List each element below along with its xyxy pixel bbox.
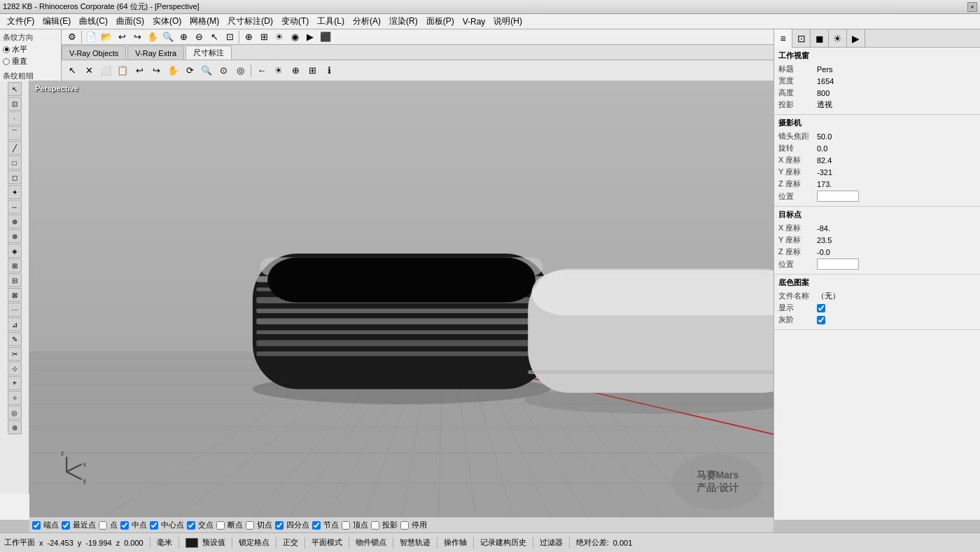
status-ortho[interactable]: 正交 [283,537,298,548]
menu-dimension[interactable]: 尺寸标注(D) [223,14,277,29]
snap-disable[interactable] [400,521,409,530]
snap-tangent[interactable] [246,521,254,530]
icon-select2[interactable]: ⊡ [8,97,22,111]
tb-icon-redo[interactable]: ↪ [130,29,145,45]
tb-icon-zoom-out[interactable]: ⊖ [191,29,206,45]
snap-nearest[interactable] [62,521,70,530]
tb-icon-open[interactable]: 📂 [99,29,114,45]
snap-endpoint[interactable] [32,521,41,530]
sub-icon-info[interactable]: ℹ [321,63,337,78]
rp-input-tgt-pos[interactable] [817,258,859,270]
tb-icon-render-preview[interactable]: ▶ [302,29,318,45]
menu-edit[interactable]: 编辑(E) [38,14,75,29]
sub-icon-undo2[interactable]: ↩ [132,63,147,78]
radio-horizontal[interactable]: 水平 [3,44,58,55]
snap-point[interactable] [99,521,107,530]
icon-tool11[interactable]: ⊹ [8,361,22,375]
close-button[interactable]: × [967,2,977,12]
rp-cb-bg-gray[interactable] [817,316,825,324]
icon-tool8[interactable]: ⊿ [8,317,22,331]
rp-tab-properties[interactable]: ⊡ [792,29,811,48]
menu-transform[interactable]: 变动(T) [277,14,313,29]
rp-input-cam-pos[interactable] [817,191,859,202]
snap-midpoint[interactable] [120,521,129,530]
icon-tool2[interactable]: ⊗ [8,229,22,243]
icon-tool9[interactable]: ✎ [8,332,22,346]
tb-icon-new[interactable]: 📄 [83,29,99,45]
tb-icon-light[interactable]: ☀ [272,29,287,45]
icon-dimension[interactable]: ↔ [8,200,22,214]
sub-icon-pan2[interactable]: ✋ [165,63,181,78]
snap-project[interactable] [371,521,379,530]
menu-analyze[interactable]: 分析(A) [349,14,385,29]
status-filter[interactable]: 过滤器 [540,537,563,548]
icon-select[interactable]: ↖ [8,82,22,96]
snap-kink[interactable] [216,521,225,530]
icon-tool12[interactable]: ⌖ [8,376,22,390]
sub-icon-light2[interactable]: ☀ [271,63,286,78]
snap-quadrant[interactable] [275,521,284,530]
tb-icon-undo[interactable]: ↩ [114,29,130,45]
icon-solid[interactable]: ◻ [8,170,22,184]
icon-tool10[interactable]: ✂ [8,347,22,361]
rp-cb-bg-show[interactable] [817,304,825,312]
tb-icon-window[interactable]: ⊡ [222,29,237,45]
tab-dimension[interactable]: 尺寸标注 [186,46,232,60]
sub-icon-zoom2[interactable]: 🔍 [199,63,214,78]
sub-icon-arrow[interactable]: ← [254,63,270,78]
menu-surface[interactable]: 曲面(S) [112,14,148,29]
status-lock-object[interactable]: 物件锁点 [356,537,386,548]
icon-tool7[interactable]: ⋯ [8,303,22,317]
icon-curve[interactable]: ⌒ [8,126,22,140]
tb-icon-render[interactable]: ⬛ [318,29,333,45]
sub-icon-rotate[interactable]: ⟳ [182,63,197,78]
rp-tab-more[interactable]: ▶ [847,29,865,48]
tb-icon-material[interactable]: ◉ [287,29,302,45]
sub-icon-cursor[interactable]: ↖ [64,63,80,78]
tb-icon-snap[interactable]: ⊕ [241,29,256,45]
tb-icon-zoom-in[interactable]: ⊕ [176,29,191,45]
snap-center[interactable] [150,521,158,530]
icon-transform[interactable]: ✦ [8,185,22,199]
sub-icon-zoom-sel[interactable]: ◎ [232,63,248,78]
tb-icon-settings[interactable]: ⚙ [64,29,80,45]
icon-tool5[interactable]: ⊟ [8,273,22,287]
icon-tool6[interactable]: ⊠ [8,288,22,302]
sub-icon-paste[interactable]: 📋 [115,63,130,78]
tb-icon-select[interactable]: ↖ [206,29,222,45]
tb-icon-pan[interactable]: ✋ [145,29,160,45]
icon-point[interactable]: · [8,111,22,125]
status-plane-mode[interactable]: 平面模式 [312,537,342,548]
tb-icon-zoom[interactable]: 🔍 [160,29,176,45]
snap-knot[interactable] [312,521,321,530]
menu-help[interactable]: 说明(H) [489,14,526,29]
rp-tab-lights[interactable]: ☀ [829,29,847,48]
icon-tool15[interactable]: ⊛ [8,420,22,434]
menu-render[interactable]: 渲染(R) [385,14,422,29]
menu-curve[interactable]: 曲线(C) [75,14,112,29]
menu-solid[interactable]: 实体(O) [148,14,186,29]
rp-tab-render[interactable]: ◼ [811,29,829,48]
radio-vertical[interactable]: 垂直 [3,56,58,67]
status-op-axis[interactable]: 操作轴 [444,537,467,548]
rp-tab-layers[interactable]: ≡ [774,29,792,48]
status-record-history[interactable]: 记录建构历史 [480,537,526,548]
sub-icon-snap2[interactable]: ⊕ [288,63,303,78]
tab-vray-extra[interactable]: V-Ray Extra [127,46,184,60]
3d-viewport[interactable]: x y z Perspective [29,81,774,517]
icon-surface[interactable]: □ [8,156,22,170]
tb-icon-grid[interactable]: ⊞ [256,29,272,45]
icon-tool14[interactable]: ◎ [8,406,22,420]
tab-vray-objects[interactable]: V-Ray Objects [62,46,126,60]
sub-icon-redo2[interactable]: ↪ [148,63,164,78]
icon-tool13[interactable]: ✧ [8,391,22,405]
status-smart-track[interactable]: 智慧轨迹 [400,537,430,548]
menu-mesh[interactable]: 网格(M) [186,14,223,29]
icon-line[interactable]: ╱ [8,141,22,155]
icon-tool4[interactable]: ⊞ [8,258,22,272]
menu-tools[interactable]: 工具(L) [313,14,349,29]
icon-tool3[interactable]: ◈ [8,244,22,258]
menu-panel[interactable]: 面板(P) [422,14,458,29]
sub-icon-copy[interactable]: ⬜ [98,63,113,78]
sub-icon-zoom-all[interactable]: ⊙ [216,63,231,78]
